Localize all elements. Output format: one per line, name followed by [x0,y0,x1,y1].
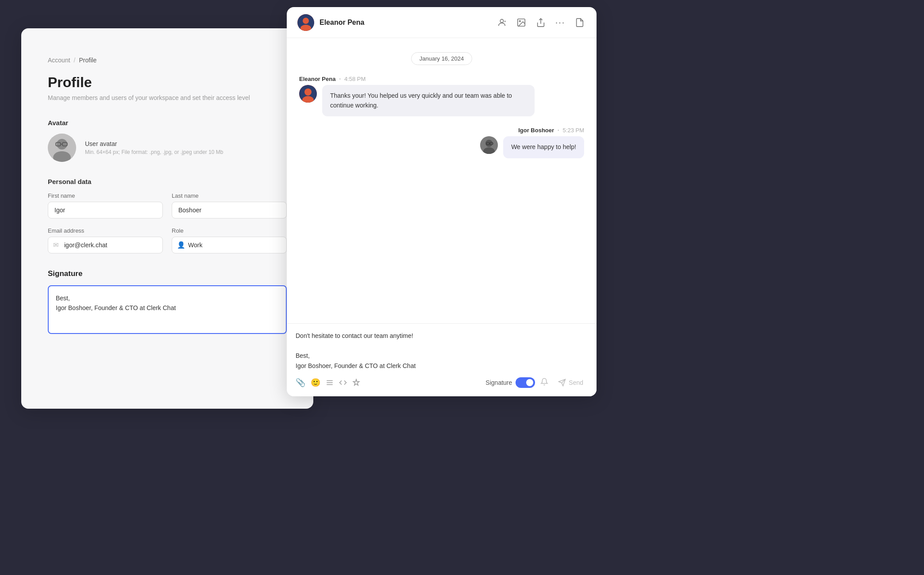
breadcrumb-parent[interactable]: Account [48,57,70,64]
personal-data-label: Personal data [48,178,287,185]
profile-window: Account / Profile Profile Manage members… [21,28,313,409]
svg-point-9 [500,19,503,22]
send-label: Send [569,379,583,386]
msg-dot-2: • [558,128,559,133]
msg-dot-1: • [339,77,341,81]
chat-composer[interactable]: Don't hesitate to contact our team anyti… [287,323,597,396]
avatar-label: User avatar [85,140,223,147]
composer-text[interactable]: Don't hesitate to contact our team anyti… [296,331,588,371]
avatar-section-label: Avatar [48,119,287,126]
role-label: Role [172,227,287,234]
date-badge: January 16, 2024 [411,52,472,65]
first-name-label: First name [48,192,163,199]
list-icon[interactable] [326,379,334,387]
signature-toggle-group: Signature [485,377,535,388]
image-action-icon[interactable] [515,16,527,29]
signature-section: Signature Best, Igor Boshoer, Founder & … [48,269,287,336]
avatar-hint: Min. 64×64 px; File format: .png, .jpg, … [85,149,223,155]
role-group: Role 👤 [172,227,287,253]
msg-sender-eleanor: Eleanor Pena [299,76,335,82]
composer-line4: Igor Boshoer, Founder & CTO at Clerk Cha… [296,361,588,371]
page-title: Profile [48,74,287,91]
last-name-group: Last name [172,192,287,218]
signature-label: Signature [48,269,287,278]
breadcrumb-current: Profile [79,57,96,64]
send-button[interactable]: Send [554,376,588,389]
document-action-icon[interactable] [574,16,586,29]
name-row: First name Last name [48,192,287,218]
msg-group-eleanor: Eleanor Pena • 4:58 PM Thanks your! You … [299,76,584,116]
bell-icon[interactable] [540,378,548,388]
email-group: Email address ✉ [48,227,163,253]
page-subtitle: Manage members and users of your workspa… [48,94,287,101]
msg-row-eleanor: Thanks your! You helped us very quickly … [299,85,584,116]
emoji-icon[interactable]: 🙂 [311,378,320,387]
msg-time-igor: 5:23 PM [563,127,584,134]
first-name-group: First name [48,192,163,218]
composer-line3: Best, [296,351,588,360]
email-icon: ✉ [53,241,59,249]
chat-contact-avatar [297,14,314,31]
msg-meta-eleanor: Eleanor Pena • 4:58 PM [299,76,584,82]
ai-icon[interactable] [352,379,360,387]
svg-point-11 [519,20,520,22]
msg-time-eleanor: 4:58 PM [344,76,366,82]
signature-textarea[interactable]: Best, Igor Boshoer, Founder & CTO at Cle… [48,285,287,334]
first-name-input[interactable] [48,202,163,218]
email-input-wrapper: ✉ [48,237,163,253]
msg-right-group-igor: Igor Boshoer • 5:23 PM We were happy to … [299,127,584,158]
email-input[interactable] [48,237,163,253]
code-icon[interactable] [339,379,347,387]
avatar[interactable] [48,134,76,162]
msg-avatar-eleanor [299,85,317,103]
msg-bubble-igor: We were happy to help! [503,136,584,158]
user-action-icon[interactable] [496,16,508,29]
personal-data-section: Personal data First name Last name Email… [48,178,287,253]
signature-toggle-label: Signature [485,379,512,386]
last-name-input[interactable] [172,202,287,218]
role-input[interactable] [172,237,287,253]
last-name-label: Last name [172,192,287,199]
composer-line1: Don't hesitate to contact our team anyti… [296,331,588,341]
composer-spacer [296,341,588,351]
breadcrumb: Account / Profile [48,57,287,64]
chat-header-actions: ··· [496,16,586,29]
composer-toolbar: 📎 🙂 Signature [296,376,588,389]
chat-contact-name: Eleanor Pena [320,19,364,27]
signature-toggle[interactable] [516,377,535,388]
msg-row-igor: We were happy to help! [480,136,584,158]
role-input-wrapper: 👤 [172,237,287,253]
chat-header-user: Eleanor Pena [297,14,496,31]
msg-bubble-eleanor: Thanks your! You helped us very quickly … [322,85,535,116]
svg-point-14 [304,88,312,96]
email-label: Email address [48,227,163,234]
msg-sender-igor: Igor Boshoer [518,127,554,134]
chat-header: Eleanor Pena ··· [287,7,597,38]
email-row: Email address ✉ Role 👤 [48,227,287,253]
role-icon: 👤 [177,241,185,249]
share-action-icon[interactable] [535,16,547,29]
attachment-icon[interactable]: 📎 [296,378,305,387]
svg-point-7 [303,18,309,24]
chat-body: January 16, 2024 Eleanor Pena • 4:58 PM … [287,38,597,323]
msg-group-igor: Igor Boshoer • 5:23 PM We were happy to … [299,127,584,158]
msg-meta-igor: Igor Boshoer • 5:23 PM [518,127,584,134]
avatar-section: Avatar User avatar Min. 64×64 px; File f… [48,119,287,162]
msg-avatar-igor [480,136,498,154]
breadcrumb-separator: / [74,57,76,64]
avatar-row: User avatar Min. 64×64 px; File format: … [48,134,287,162]
avatar-text-block: User avatar Min. 64×64 px; File format: … [85,140,223,155]
chat-window: Eleanor Pena ··· [287,7,597,396]
more-action-icon[interactable]: ··· [554,16,566,29]
